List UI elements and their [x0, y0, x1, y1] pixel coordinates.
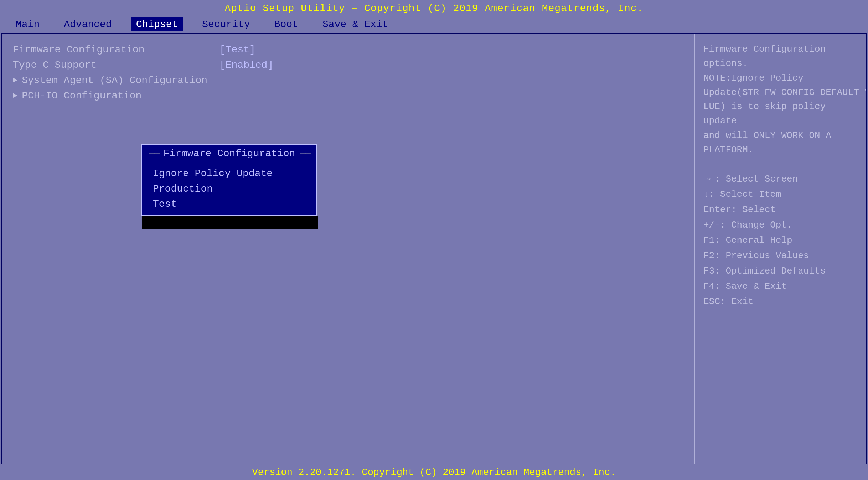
key-save-exit: F4: Save & Exit	[703, 279, 857, 294]
popup-option-ignore[interactable]: Ignore Policy Update	[149, 166, 309, 181]
main-area: Firmware Configuration [Test] Type C Sup…	[1, 33, 867, 464]
type-c-label: Type C Support	[13, 60, 219, 71]
popup-option-test[interactable]: Test	[149, 196, 309, 212]
system-agent-label: System Agent (SA) Configuration	[22, 75, 228, 86]
firmware-config-label: Firmware Configuration	[13, 44, 219, 55]
popup-scrollbar-area	[142, 216, 318, 229]
menu-system-agent[interactable]: ► System Agent (SA) Configuration	[13, 73, 683, 88]
firmware-config-value: [Test]	[219, 44, 255, 55]
help-divider	[703, 164, 857, 164]
help-text: Firmware Configuration options. NOTE:Ign…	[703, 42, 857, 157]
nav-advanced[interactable]: Advanced	[59, 17, 117, 31]
title-bar: Aptio Setup Utility – Copyright (C) 2019…	[0, 0, 868, 16]
bios-screen: Aptio Setup Utility – Copyright (C) 2019…	[0, 0, 868, 480]
key-change-opt: +/-: Change Opt.	[703, 218, 857, 233]
nav-boot[interactable]: Boot	[269, 17, 303, 31]
menu-firmware-config[interactable]: Firmware Configuration [Test]	[13, 42, 683, 57]
left-panel: Firmware Configuration [Test] Type C Sup…	[2, 34, 695, 464]
key-enter-select: Enter: Select	[703, 202, 857, 218]
key-general-help: F1: General Help	[703, 233, 857, 248]
nav-save-exit[interactable]: Save & Exit	[317, 17, 393, 31]
firmware-config-popup: Firmware Configuration Ignore Policy Upd…	[141, 144, 317, 216]
popup-title: Firmware Configuration	[142, 145, 316, 162]
arrow-icon-2: ►	[13, 91, 17, 100]
title-text: Aptio Setup Utility – Copyright (C) 2019…	[225, 3, 644, 14]
menu-pch-io[interactable]: ► PCH-IO Configuration	[13, 88, 683, 103]
popup-option-production[interactable]: Production	[149, 181, 309, 196]
key-previous-values: F2: Previous Values	[703, 248, 857, 264]
popup-options-list: Ignore Policy Update Production Test	[142, 162, 316, 215]
nav-bar: Main Advanced Chipset Security Boot Save…	[0, 16, 868, 33]
key-optimized-defaults: F3: Optimized Defaults	[703, 264, 857, 279]
nav-security[interactable]: Security	[197, 17, 255, 31]
key-esc-exit: ESC: Exit	[703, 294, 857, 310]
nav-chipset[interactable]: Chipset	[131, 17, 183, 31]
key-list: →←: Select Screen ↓: Select Item Enter: …	[703, 172, 857, 309]
key-select-screen: →←: Select Screen	[703, 172, 857, 187]
menu-type-c-support[interactable]: Type C Support [Enabled]	[13, 57, 683, 73]
nav-main[interactable]: Main	[11, 17, 45, 31]
key-select-item: ↓: Select Item	[703, 187, 857, 202]
pch-io-label: PCH-IO Configuration	[22, 90, 228, 101]
arrow-icon: ►	[13, 76, 17, 85]
footer: Version 2.20.1271. Copyright (C) 2019 Am…	[0, 464, 868, 480]
right-panel: Firmware Configuration options. NOTE:Ign…	[695, 34, 866, 464]
popup-container: Firmware Configuration Ignore Policy Upd…	[141, 144, 317, 229]
type-c-value: [Enabled]	[219, 60, 273, 71]
footer-text: Version 2.20.1271. Copyright (C) 2019 Am…	[252, 467, 616, 478]
